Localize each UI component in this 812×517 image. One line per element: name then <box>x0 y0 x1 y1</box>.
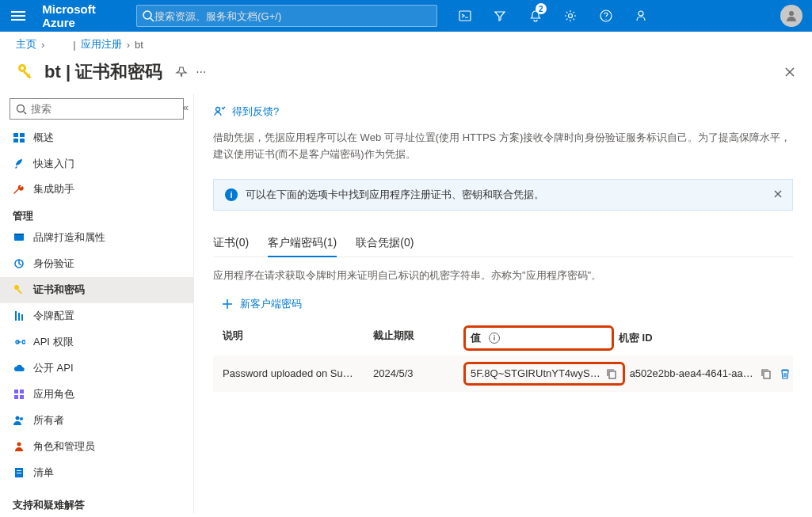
tab-federated[interactable]: 联合凭据(0) <box>356 230 414 257</box>
global-search[interactable] <box>136 5 437 27</box>
tab-description: 应用程序在请求获取令牌时用来证明自己标识的机密字符串。亦称为"应用程序密码"。 <box>213 268 793 283</box>
svg-rect-30 <box>14 390 18 393</box>
more-icon[interactable]: ··· <box>196 65 206 79</box>
pin-icon[interactable] <box>175 66 188 78</box>
copy-value-icon[interactable] <box>605 367 618 380</box>
svg-rect-27 <box>15 311 17 321</box>
svg-point-3 <box>143 11 151 19</box>
sidebar-item-branding[interactable]: 品牌打造和属性 <box>0 225 193 251</box>
sidebar-item-label: 令牌配置 <box>33 309 74 323</box>
sidebar-item-label: API 权限 <box>33 335 74 349</box>
wrench-icon <box>13 183 25 196</box>
cloud-shell-icon[interactable] <box>450 0 479 32</box>
svg-point-36 <box>17 442 21 446</box>
sidebar-item-owners[interactable]: 所有者 <box>0 407 193 433</box>
svg-rect-28 <box>18 313 20 321</box>
sidebar-item-auth[interactable]: 身份验证 <box>0 251 193 277</box>
sidebar-search[interactable] <box>10 98 184 120</box>
sidebar-item-approles[interactable]: 应用角色 <box>0 381 193 407</box>
token-icon <box>13 310 25 322</box>
azure-topbar: Microsoft Azure 2 <box>0 0 812 32</box>
sidebar-item-label: 快速入门 <box>33 157 74 171</box>
notifications-badge: 2 <box>536 3 547 14</box>
sidebar-item-label: 清单 <box>33 466 54 480</box>
sidebar-item-label: 身份验证 <box>33 257 74 271</box>
svg-rect-29 <box>21 314 23 321</box>
table-header: 说明 截止期限 值 i 机密 ID <box>213 321 793 355</box>
sidebar-item-roles[interactable]: 角色和管理员 <box>0 433 193 459</box>
sidebar-search-input[interactable] <box>31 103 178 115</box>
collapse-sidebar-icon[interactable]: « <box>183 101 189 113</box>
sidebar-item-overview[interactable]: 概述 <box>0 124 193 150</box>
svg-point-34 <box>16 416 20 420</box>
feedback-link[interactable]: 得到反馈? <box>213 100 793 130</box>
brand-icon <box>13 231 25 244</box>
close-blade-icon[interactable] <box>783 66 796 78</box>
add-client-secret-button[interactable]: 新客户端密码 <box>213 297 793 311</box>
sidebar-item-label: 应用角色 <box>33 387 74 401</box>
api-perm-icon <box>13 336 25 348</box>
breadcrumb-app-reg[interactable]: 应用注册 <box>81 37 122 51</box>
sidebar-item-certificates[interactable]: 证书和密码 <box>0 277 193 303</box>
feedback-icon[interactable] <box>627 0 656 32</box>
tab-client-secrets[interactable]: 客户端密码(1) <box>268 230 337 257</box>
svg-line-17 <box>24 112 26 114</box>
account-avatar[interactable] <box>776 0 806 32</box>
svg-rect-46 <box>764 371 770 378</box>
sidebar-item-label: 角色和管理员 <box>33 439 95 454</box>
key-icon <box>13 283 25 296</box>
dismiss-info-icon[interactable] <box>772 188 784 200</box>
column-value: 值 i <box>463 325 614 351</box>
info-bar: i 可以在下面的选项卡中找到应用程序注册证书、密钥和联合凭据。 <box>213 179 793 211</box>
directory-filter-icon[interactable] <box>486 0 515 32</box>
svg-rect-26 <box>17 289 22 294</box>
main-content: 得到反馈? 借助凭据，凭据应用程序可以在 Web 可寻址位置(使用 HTTPS … <box>194 93 812 514</box>
svg-rect-45 <box>609 371 616 378</box>
column-desc: 说明 <box>223 329 373 348</box>
column-secret-id: 机密 ID <box>619 329 783 348</box>
sidebar-group-manage: 管理 <box>0 203 193 225</box>
svg-point-40 <box>216 108 220 112</box>
value-info-icon[interactable]: i <box>489 333 500 344</box>
key-icon <box>16 62 36 82</box>
copy-id-icon[interactable] <box>760 367 772 380</box>
rocket-icon <box>13 158 25 170</box>
global-search-input[interactable] <box>154 10 432 22</box>
cloud-icon <box>13 362 25 374</box>
sidebar-item-manifest[interactable]: 清单 <box>0 459 193 485</box>
svg-rect-31 <box>20 390 24 393</box>
svg-rect-20 <box>13 139 18 143</box>
settings-icon[interactable] <box>556 0 585 32</box>
svg-rect-1 <box>11 15 25 17</box>
feedback-label: 得到反馈? <box>232 105 279 119</box>
sidebar-item-integration[interactable]: 集成助手 <box>0 177 193 203</box>
approles-icon <box>13 388 25 401</box>
sidebar-item-api-pub[interactable]: 公开 API <box>0 355 193 381</box>
cell-secret-id: a502e2bb-aea4-4641-aa… <box>630 367 791 380</box>
sidebar-item-quickstart[interactable]: 快速入门 <box>0 150 193 177</box>
sidebar-item-label: 公开 API <box>33 361 74 375</box>
svg-rect-0 <box>11 11 25 13</box>
notifications-icon[interactable]: 2 <box>520 0 550 32</box>
sidebar-item-api-perm[interactable]: API 权限 <box>0 329 193 355</box>
delete-icon[interactable] <box>779 367 791 380</box>
tabs: 证书(0) 客户端密码(1) 联合凭据(0) <box>213 230 793 257</box>
sidebar-item-label: 所有者 <box>33 413 64 428</box>
info-icon: i <box>225 188 238 201</box>
breadcrumb-home[interactable]: 主页 <box>16 37 36 51</box>
hamburger-menu-icon[interactable] <box>6 3 29 29</box>
sidebar-item-label: 概述 <box>33 131 54 145</box>
info-message: 可以在下面的选项卡中找到应用程序注册证书、密钥和联合凭据。 <box>246 188 544 202</box>
svg-point-11 <box>21 67 24 70</box>
svg-rect-23 <box>14 234 24 235</box>
svg-rect-32 <box>14 395 18 399</box>
svg-point-6 <box>569 14 573 18</box>
svg-rect-19 <box>20 133 25 137</box>
roles-icon <box>13 440 25 453</box>
avatar-icon <box>780 5 802 27</box>
help-icon[interactable] <box>591 0 620 32</box>
svg-line-4 <box>151 18 154 21</box>
tab-certificates[interactable]: 证书(0) <box>213 230 249 257</box>
sidebar-item-token[interactable]: 令牌配置 <box>0 303 193 329</box>
description-text: 借助凭据，凭据应用程序可以在 Web 可寻址位置(使用 HTTPS 方案)接收令… <box>213 130 793 163</box>
